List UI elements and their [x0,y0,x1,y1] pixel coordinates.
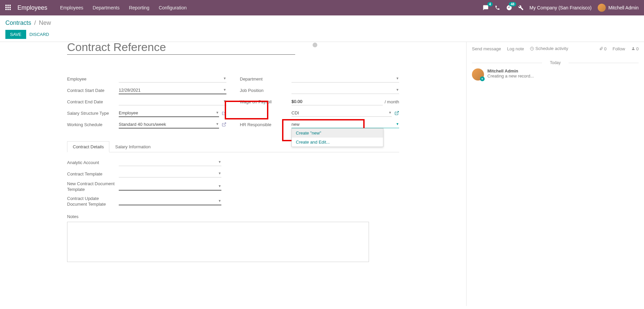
message-avatar-icon [472,68,484,81]
hr-responsible-field[interactable] [291,121,399,128]
dropdown-create-and-edit[interactable]: Create and Edit... [292,138,383,147]
user-avatar-icon [598,4,606,12]
topbar-right: 4 48 My Company (San Francisco) Mitchell… [483,4,639,12]
updoc-field[interactable] [119,198,221,205]
control-panel: Contracts / New SAVE DISCARD [0,15,644,42]
start-date-field[interactable] [119,87,226,94]
structure-external-link-icon[interactable] [222,111,226,115]
nav-departments[interactable]: Departments [93,5,119,10]
form-col-right: Department ▼ Job Position ▼ [240,75,399,132]
chatter-followers[interactable]: 0 [631,46,639,51]
form-col-left: Employee ▼ Contract Start Date ▼ [67,75,226,132]
phone-icon[interactable] [495,5,500,10]
department-field[interactable] [291,75,399,83]
cp-buttons: SAVE DISCARD [5,30,639,39]
user-menu[interactable]: Mitchell Admin [598,4,639,12]
tab-content-details: Analytic Account ▼ Contract Template ▼ [67,152,399,263]
schedule-activity-label: Schedule activity [535,46,568,51]
apps-menu-icon[interactable] [5,5,11,11]
debug-icon[interactable] [518,5,524,10]
activity-icon[interactable]: 48 [506,5,512,11]
structure-label: Salary Structure Type [67,111,119,116]
newdoc-label: New Contract Document Template [67,181,119,193]
form-columns: Employee ▼ Contract Start Date ▼ [67,75,399,132]
end-date-label: Contract End Date [67,99,119,104]
chatter-topbar: Send message Log note Schedule activity … [472,46,639,55]
chatter-schedule-activity[interactable]: Schedule activity [530,46,568,52]
start-date-label: Contract Start Date [67,88,119,93]
end-date-field[interactable] [119,98,226,105]
message-body: Creating a new record... [487,73,534,79]
chatter-follow[interactable]: Follow [612,46,625,51]
chatter-send-message[interactable]: Send message [472,46,501,51]
hr-responsible-label: HR Responsible [240,122,291,127]
chat-icon[interactable]: 4 [483,5,489,11]
contract-type-field[interactable] [291,109,392,117]
breadcrumb-parent[interactable]: Contracts [5,19,31,26]
chat-badge: 4 [487,2,493,6]
employee-field[interactable] [119,75,226,83]
topbar-left: Employees Employees Departments Reportin… [5,4,186,11]
topbar: Employees Employees Departments Reportin… [0,0,644,15]
breadcrumb: Contracts / New [5,19,639,27]
activity-badge: 48 [509,2,516,6]
follower-count: 0 [636,46,639,51]
dropdown-create[interactable]: Create "new" [292,128,383,138]
clock-icon [530,47,534,51]
company-selector[interactable]: My Company (San Francisco) [530,5,592,10]
chatter: Send message Log note Schedule activity … [466,42,644,306]
schedule-field[interactable] [119,121,219,128]
wage-field[interactable] [291,98,383,105]
person-icon [631,47,635,51]
breadcrumb-current: New [39,19,51,26]
nav-reporting[interactable]: Reporting [129,5,149,10]
structure-field[interactable] [119,109,219,117]
chatter-date-divider: Today [472,60,639,65]
analytic-field[interactable] [119,159,221,166]
nav-employees[interactable]: Employees [60,5,83,10]
tab-salary-information[interactable]: Salary Information [109,141,156,152]
job-field[interactable] [291,87,399,94]
notes-field[interactable] [67,222,369,262]
template-label: Contract Template [67,171,119,176]
user-name: Mitchell Admin [608,5,639,10]
schedule-external-link-icon[interactable] [222,122,226,127]
contract-type-external-link-icon[interactable] [394,111,399,115]
wage-label: Wage on Payroll [240,99,291,104]
chatter-attachments[interactable]: 0 [599,46,606,51]
schedule-label: Working Schedule [67,122,119,127]
department-label: Department [240,76,291,82]
tab-contract-details[interactable]: Contract Details [67,141,109,152]
hr-responsible-dropdown: Create "new" Create and Edit... [291,128,383,147]
form-scroll-area[interactable]: Employee ▼ Contract Start Date ▼ [0,42,466,306]
save-button[interactable]: SAVE [5,30,26,39]
updoc-label: Contract Update Document Template [67,196,119,207]
job-label: Job Position [240,88,291,93]
template-field[interactable] [119,170,221,177]
message-author: Mitchell Admin [487,68,534,73]
employee-label: Employee [67,76,119,82]
nav-menu: Employees Departments Reporting Configur… [60,5,186,10]
notes-label: Notes [67,214,399,219]
app-title: Employees [17,4,47,11]
analytic-label: Analytic Account [67,160,119,165]
main-area: Employee ▼ Contract Start Date ▼ [0,42,644,306]
paperclip-icon [599,47,603,51]
form-sheet: Employee ▼ Contract Start Date ▼ [67,42,399,263]
attach-count: 0 [604,46,606,51]
chatter-message: Mitchell Admin Creating a new record... [472,68,639,81]
nav-configuration[interactable]: Configuration [159,5,186,10]
kanban-state-icon[interactable] [313,43,317,47]
breadcrumb-separator: / [34,19,36,26]
wage-suffix: / month [385,99,399,104]
chatter-log-note[interactable]: Log note [507,46,524,51]
newdoc-field[interactable] [119,183,221,191]
discard-button[interactable]: DISCARD [30,32,49,37]
contract-reference-input[interactable] [67,42,295,55]
